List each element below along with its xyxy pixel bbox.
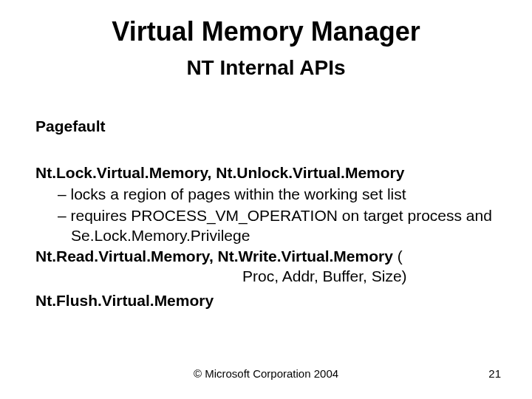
page-number: 21 [488,367,501,380]
bullet-lock-region: – locks a region of pages within the wor… [35,185,497,205]
slide-subtitle: NT Internal APIs [0,56,532,80]
section-readwrite-line2: Proc, Addr, Buffer, Size) [35,267,497,287]
section-lock-apis: Nt.Lock.Virtual.Memory, Nt.Unlock.Virtua… [35,163,497,183]
section-readwrite-line1: Nt.Read.Virtual.Memory, Nt.Write.Virtual… [35,247,497,267]
section-flush: Nt.Flush.Virtual.Memory [35,291,497,311]
slide: Virtual Memory Manager NT Internal APIs … [0,0,532,399]
bullet-requires: – requires PROCESS_VM_OPERATION on targe… [35,206,497,246]
section-readwrite-bold: Nt.Read.Virtual.Memory, Nt.Write.Virtual… [35,248,393,265]
section-pagefault: Pagefault [35,117,497,137]
slide-body: Pagefault Nt.Lock.Virtual.Memory, Nt.Unl… [35,117,497,311]
footer-copyright: © Microsoft Corporation 2004 [0,367,532,380]
section-readwrite-paren: ( [393,248,403,265]
slide-title: Virtual Memory Manager [0,16,532,47]
